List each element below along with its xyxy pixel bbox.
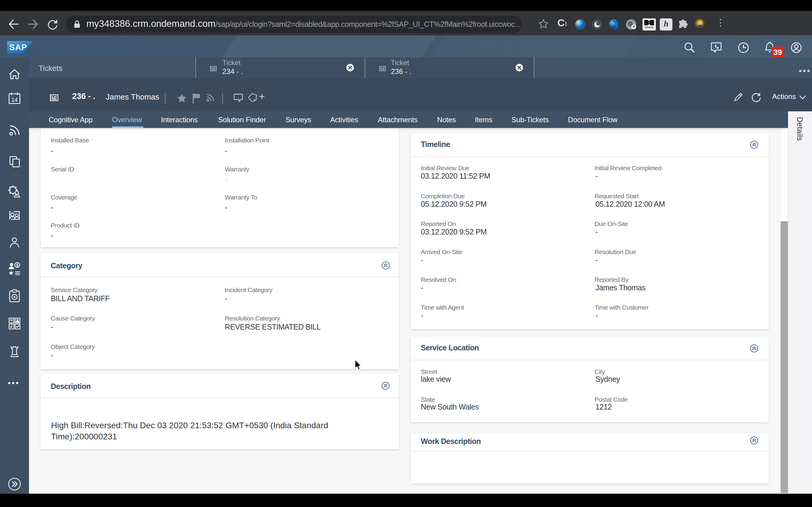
svg-text:14: 14 [11,97,18,103]
svg-text:$: $ [16,263,18,267]
